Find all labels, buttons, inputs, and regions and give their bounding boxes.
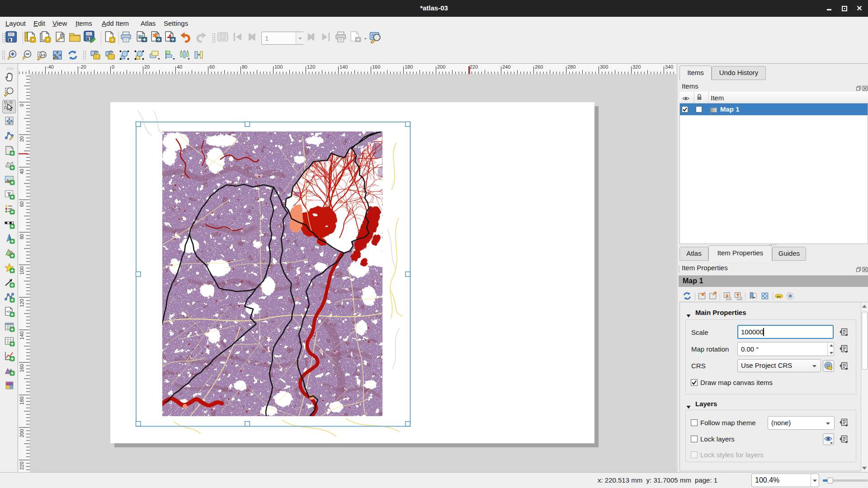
svg-text:60: 60 xyxy=(209,64,215,70)
svg-text:200: 200 xyxy=(437,64,445,70)
svg-text:100: 100 xyxy=(19,267,24,275)
svg-text:220: 220 xyxy=(470,64,478,70)
svg-text:0: 0 xyxy=(19,104,24,107)
svg-text:300: 300 xyxy=(600,64,608,70)
svg-text:40: 40 xyxy=(19,169,24,174)
svg-text:200: 200 xyxy=(19,429,24,437)
svg-text:0: 0 xyxy=(112,64,114,70)
svg-text:240: 240 xyxy=(502,64,510,70)
svg-text:140: 140 xyxy=(340,64,348,70)
svg-text:220: 220 xyxy=(19,462,24,470)
svg-text:120: 120 xyxy=(307,64,315,70)
svg-text:1:23: 1:23 xyxy=(727,298,731,300)
svg-text:340: 340 xyxy=(665,64,673,70)
svg-text:120: 120 xyxy=(19,299,24,307)
svg-text:140: 140 xyxy=(19,332,24,340)
svg-text:80: 80 xyxy=(242,64,247,70)
svg-text:20: 20 xyxy=(144,64,150,70)
svg-text:1:1: 1:1 xyxy=(41,53,45,56)
svg-text:-20: -20 xyxy=(79,64,86,70)
svg-text:180: 180 xyxy=(405,64,413,70)
svg-text:60: 60 xyxy=(19,202,24,207)
svg-text:160: 160 xyxy=(19,364,24,372)
svg-text:80: 80 xyxy=(19,234,24,239)
svg-text:abc: abc xyxy=(777,295,781,298)
svg-text:280: 280 xyxy=(567,64,576,70)
svg-text:20: 20 xyxy=(19,136,24,142)
svg-text:-40: -40 xyxy=(47,64,54,70)
svg-text:160: 160 xyxy=(372,64,380,70)
svg-text:1:23: 1:23 xyxy=(738,298,742,300)
svg-text:180: 180 xyxy=(19,397,24,405)
svg-text:260: 260 xyxy=(535,64,543,70)
svg-text:320: 320 xyxy=(632,64,641,70)
svg-text:100: 100 xyxy=(274,64,283,70)
svg-text:40: 40 xyxy=(177,64,182,70)
